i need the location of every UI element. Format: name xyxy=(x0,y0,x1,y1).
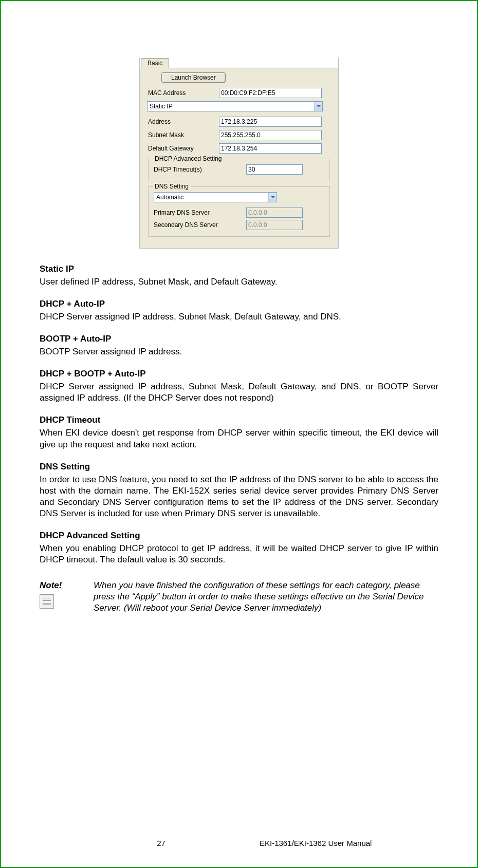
secondary-dns-label: Secondary DNS Server xyxy=(154,221,246,229)
mac-address-field[interactable] xyxy=(219,88,322,98)
address-field[interactable] xyxy=(219,117,322,127)
primary-dns-label: Primary DNS Server xyxy=(154,209,246,216)
chevron-down-icon[interactable] xyxy=(268,193,277,202)
dhcp-timeout-label: DHCP Timeout(s) xyxy=(154,166,246,173)
tabs-row: Basic xyxy=(140,58,338,68)
dhcp-timeout-heading: DHCP Timeout xyxy=(40,415,438,425)
bootp-auto-heading: BOOTP + Auto-IP xyxy=(40,334,438,344)
dns-setting-heading: DNS Setting xyxy=(40,462,438,472)
config-panel: Basic Launch Browser MAC Address Static … xyxy=(139,58,339,249)
dhcp-advanced-body: When you enabling DHCP protocol to get I… xyxy=(40,543,438,565)
default-gateway-label: Default Gateway xyxy=(147,145,219,152)
dhcp-advanced-legend: DHCP Advanced Setting xyxy=(153,155,224,162)
dhcp-bootp-auto-body: DHCP Server assigned IP address, Subnet … xyxy=(40,381,438,404)
page-footer: 27 EKI-1361/EKI-1362 User Manual xyxy=(1,839,477,847)
page-number: 27 xyxy=(1,839,239,847)
note-label: Note! xyxy=(40,580,62,590)
dns-setting-body: In order to use DNS feature, you need to… xyxy=(40,474,438,519)
address-label: Address xyxy=(147,118,219,125)
tab-basic[interactable]: Basic xyxy=(141,58,169,68)
subnet-mask-label: Subnet Mask xyxy=(147,131,219,139)
chevron-down-icon[interactable] xyxy=(314,102,322,111)
note-icon xyxy=(40,594,54,609)
dhcp-advanced-heading: DHCP Advanced Setting xyxy=(40,531,438,541)
dhcp-auto-body: DHCP Server assigned IP address, Subnet … xyxy=(40,311,438,323)
note-block: Note! When you have finished the configu… xyxy=(40,580,438,614)
secondary-dns-field xyxy=(246,220,303,230)
dhcp-timeout-body: When EKI device doesn't get response fro… xyxy=(40,427,438,450)
ip-mode-select[interactable]: Static IP xyxy=(147,101,323,111)
bootp-auto-body: BOOTP Server assigned IP address. xyxy=(40,346,438,357)
dns-setting-group: DNS Setting Automatic Primary DNS Server… xyxy=(148,186,330,237)
launch-browser-button[interactable]: Launch Browser xyxy=(161,72,226,83)
ip-mode-value: Static IP xyxy=(148,102,314,111)
manual-title: EKI-1361/EKI-1362 User Manual xyxy=(239,839,477,847)
dhcp-advanced-group: DHCP Advanced Setting DHCP Timeout(s) xyxy=(148,159,330,181)
mac-address-label: MAC Address xyxy=(147,89,219,97)
dns-setting-legend: DNS Setting xyxy=(153,183,191,190)
dhcp-auto-heading: DHCP + Auto-IP xyxy=(40,299,438,309)
dns-mode-value: Automatic xyxy=(154,193,268,202)
dhcp-bootp-auto-heading: DHCP + BOOTP + Auto-IP xyxy=(40,369,438,379)
subnet-mask-field[interactable] xyxy=(219,130,322,140)
dhcp-timeout-field[interactable] xyxy=(246,164,303,175)
default-gateway-field[interactable] xyxy=(219,143,322,154)
static-ip-heading: Static IP xyxy=(40,264,438,274)
primary-dns-field xyxy=(246,207,303,218)
note-body: When you have finished the configuration… xyxy=(94,580,438,614)
dns-mode-select[interactable]: Automatic xyxy=(154,192,277,202)
static-ip-body: User defined IP address, Subnet Mask, an… xyxy=(40,276,438,288)
